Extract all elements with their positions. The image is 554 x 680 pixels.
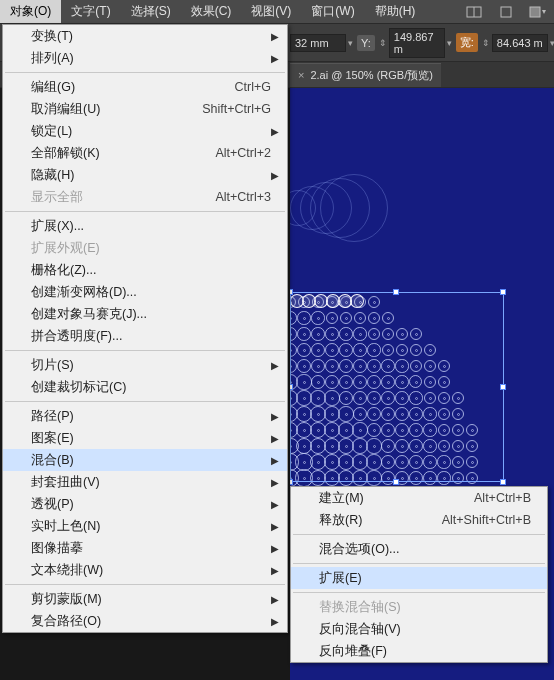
menu-item-label: 剪切蒙版(M) [31, 591, 102, 608]
menu-item[interactable]: 透视(P)▶ [3, 493, 287, 515]
menu-item[interactable]: 释放(R)Alt+Shift+Ctrl+B [291, 509, 547, 531]
stepper-icon[interactable]: ⇕ [480, 38, 492, 48]
selection-handle[interactable] [500, 289, 506, 295]
stepper-icon[interactable]: ⇕ [377, 38, 389, 48]
menu-item-label: 切片(S) [31, 357, 74, 374]
selection-handle[interactable] [393, 289, 399, 295]
menu-text[interactable]: 文字(T) [61, 0, 120, 23]
menu-item[interactable]: 全部解锁(K)Alt+Ctrl+2 [3, 142, 287, 164]
svg-rect-3 [530, 7, 540, 17]
submenu-arrow-icon: ▶ [271, 616, 279, 627]
menu-help[interactable]: 帮助(H) [365, 0, 426, 23]
selection-bounds [290, 292, 504, 482]
selection-handle[interactable] [290, 289, 293, 295]
menu-item[interactable]: 创建对象马赛克(J)... [3, 303, 287, 325]
menu-item-shortcut: Shift+Ctrl+G [202, 102, 271, 116]
chevron-down-icon[interactable]: ▾ [445, 38, 454, 48]
menu-separator [5, 584, 285, 585]
menu-item[interactable]: 扩展(E) [291, 567, 547, 589]
doc-icon[interactable] [496, 4, 516, 20]
chevron-down-icon[interactable]: ▾ [346, 38, 355, 48]
menu-item[interactable]: 锁定(L)▶ [3, 120, 287, 142]
menu-item-label: 反向混合轴(V) [319, 621, 401, 638]
menu-item[interactable]: 图案(E)▶ [3, 427, 287, 449]
menu-view[interactable]: 视图(V) [241, 0, 301, 23]
menu-item[interactable]: 反向堆叠(F) [291, 640, 547, 662]
menu-item[interactable]: 扩展(X)... [3, 215, 287, 237]
menu-item-shortcut: Alt+Ctrl+2 [215, 146, 271, 160]
close-icon[interactable]: × [298, 69, 304, 81]
submenu-arrow-icon: ▶ [271, 594, 279, 605]
menu-item[interactable]: 栅格化(Z)... [3, 259, 287, 281]
menu-item: 扩展外观(E) [3, 237, 287, 259]
submenu-arrow-icon: ▶ [271, 499, 279, 510]
menu-item-label: 释放(R) [319, 512, 362, 529]
layout-icon[interactable] [464, 4, 484, 20]
menu-item-label: 创建裁切标记(C) [31, 379, 126, 396]
menu-window[interactable]: 窗口(W) [301, 0, 364, 23]
menu-separator [5, 401, 285, 402]
menu-item-label: 图像描摹 [31, 540, 83, 557]
menu-item[interactable]: 封套扭曲(V)▶ [3, 471, 287, 493]
menu-item[interactable]: 混合选项(O)... [291, 538, 547, 560]
menu-item[interactable]: 反向混合轴(V) [291, 618, 547, 640]
selection-handle[interactable] [290, 479, 293, 485]
menu-item-label: 替换混合轴(S) [319, 599, 401, 616]
selection-handle[interactable] [500, 384, 506, 390]
x-value-tail[interactable]: 32 mm [290, 34, 346, 52]
workspace-switcher-icon[interactable] [528, 4, 548, 20]
menu-item[interactable]: 文本绕排(W)▶ [3, 559, 287, 581]
submenu-arrow-icon: ▶ [271, 433, 279, 444]
menu-item[interactable]: 隐藏(H)▶ [3, 164, 287, 186]
submenu-arrow-icon: ▶ [271, 521, 279, 532]
menu-item-label: 显示全部 [31, 189, 83, 206]
menu-item[interactable]: 取消编组(U)Shift+Ctrl+G [3, 98, 287, 120]
menu-effect[interactable]: 效果(C) [181, 0, 242, 23]
menu-item[interactable]: 图像描摹▶ [3, 537, 287, 559]
menu-item[interactable]: 混合(B)▶ [3, 449, 287, 471]
menu-item-label: 混合选项(O)... [319, 541, 399, 558]
y-value[interactable]: 149.867 m [389, 28, 445, 58]
menu-separator [5, 72, 285, 73]
menu-item[interactable]: 编组(G)Ctrl+G [3, 76, 287, 98]
menu-object[interactable]: 对象(O) [0, 0, 61, 23]
menu-item: 显示全部Alt+Ctrl+3 [3, 186, 287, 208]
menu-select[interactable]: 选择(S) [121, 0, 181, 23]
blend-submenu: 建立(M)Alt+Ctrl+B释放(R)Alt+Shift+Ctrl+B混合选项… [290, 486, 548, 663]
menu-item[interactable]: 复合路径(O)▶ [3, 610, 287, 632]
menu-item-label: 反向堆叠(F) [319, 643, 387, 660]
menu-item-label: 栅格化(Z)... [31, 262, 96, 279]
document-tab[interactable]: × 2.ai @ 150% (RGB/预览) [290, 63, 441, 87]
menu-item[interactable]: 切片(S)▶ [3, 354, 287, 376]
submenu-arrow-icon: ▶ [271, 126, 279, 137]
menu-item-shortcut: Ctrl+G [235, 80, 271, 94]
menu-item-label: 创建渐变网格(D)... [31, 284, 137, 301]
menu-item-label: 扩展(X)... [31, 218, 84, 235]
menu-item-label: 创建对象马赛克(J)... [31, 306, 147, 323]
menu-separator [293, 592, 545, 593]
menu-item[interactable]: 变换(T)▶ [3, 25, 287, 47]
menu-item-shortcut: Alt+Ctrl+B [474, 491, 531, 505]
menu-item-shortcut: Alt+Ctrl+3 [215, 190, 271, 204]
menu-item[interactable]: 排列(A)▶ [3, 47, 287, 69]
menu-item-label: 排列(A) [31, 50, 74, 67]
menu-item-label: 封套扭曲(V) [31, 474, 100, 491]
selection-handle[interactable] [393, 479, 399, 485]
menu-item-label: 编组(G) [31, 79, 75, 96]
menu-item[interactable]: 实时上色(N)▶ [3, 515, 287, 537]
width-value[interactable]: 84.643 m [492, 34, 548, 52]
selection-handle[interactable] [500, 479, 506, 485]
menu-item[interactable]: 创建裁切标记(C) [3, 376, 287, 398]
menu-item-label: 复合路径(O) [31, 613, 101, 630]
menu-item[interactable]: 剪切蒙版(M)▶ [3, 588, 287, 610]
menu-item[interactable]: 建立(M)Alt+Ctrl+B [291, 487, 547, 509]
chevron-down-icon[interactable]: ▾ [548, 38, 554, 48]
selection-handle[interactable] [290, 384, 293, 390]
menu-item[interactable]: 创建渐变网格(D)... [3, 281, 287, 303]
menu-item-label: 路径(P) [31, 408, 74, 425]
menu-item[interactable]: 拼合透明度(F)... [3, 325, 287, 347]
svg-rect-2 [501, 7, 511, 17]
menu-item[interactable]: 路径(P)▶ [3, 405, 287, 427]
menu-item-label: 扩展外观(E) [31, 240, 100, 257]
menu-separator [5, 211, 285, 212]
